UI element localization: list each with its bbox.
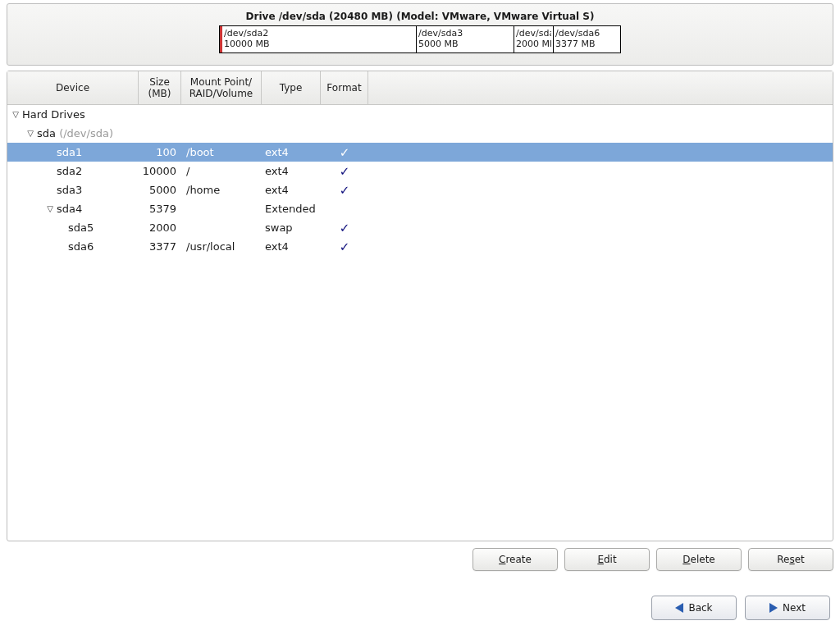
expander-icon[interactable]: ▽ (45, 204, 55, 213)
partition-type: ext4 (262, 184, 321, 196)
delete-button[interactable]: Delete (656, 548, 742, 571)
expander-icon[interactable]: ▽ (25, 129, 35, 138)
edit-button[interactable]: Edit (564, 548, 650, 571)
wizard-nav-row: Back Next (0, 596, 830, 620)
col-header-format[interactable]: Format (321, 71, 368, 104)
partition-size: 2000 (139, 221, 181, 234)
col-header-type[interactable]: Type (262, 71, 321, 104)
partition-row[interactable]: sda52000swap✓ (7, 218, 833, 237)
partition-action-row: CreateEditDeleteReset (7, 548, 833, 571)
check-icon: ✓ (340, 164, 350, 179)
drive-map: /dev/sda210000 MB/dev/sda35000 MB/dev/sd… (219, 25, 621, 53)
expander-icon[interactable]: ▽ (11, 110, 21, 119)
drive-title: Drive /dev/sda (20480 MB) (Model: VMware… (7, 11, 833, 22)
partition-format: ✓ (321, 145, 368, 160)
partition-name: sda1 (57, 146, 82, 158)
partition-mount: /home (181, 184, 262, 196)
check-icon: ✓ (340, 240, 350, 254)
tree-root-hard-drives[interactable]: ▽ Hard Drives (7, 105, 833, 124)
partition-row[interactable]: ▽sda45379Extended (7, 199, 833, 218)
partition-type: ext4 (262, 146, 321, 158)
check-icon: ✓ (340, 145, 350, 160)
drive-segment[interactable]: /dev/sda52000 MB (514, 26, 554, 52)
column-header-row: Device Size (MB) Mount Point/ RAID/Volum… (7, 71, 833, 105)
check-icon: ✓ (340, 221, 350, 235)
drive-segment[interactable]: /dev/sda210000 MB (220, 26, 417, 52)
drive-summary-panel: Drive /dev/sda (20480 MB) (Model: VMware… (7, 3, 833, 66)
partition-format: ✓ (321, 221, 368, 235)
partition-mount: /usr/local (181, 240, 262, 253)
partition-mount: /boot (181, 146, 262, 158)
tree-disk-label: sda (37, 127, 56, 139)
arrow-left-icon (675, 603, 683, 613)
create-button[interactable]: Create (472, 548, 558, 571)
partition-name: sda3 (57, 184, 82, 196)
partition-name: sda2 (57, 165, 82, 177)
reset-button[interactable]: Reset (748, 548, 833, 571)
col-header-device[interactable]: Device (7, 71, 139, 104)
tree-root-label: Hard Drives (22, 108, 85, 121)
partition-format: ✓ (321, 183, 368, 198)
col-header-spacer (368, 71, 833, 104)
partition-type: swap (262, 221, 321, 234)
partition-row[interactable]: sda1100/bootext4✓ (7, 143, 833, 162)
partition-format: ✓ (321, 240, 368, 254)
col-header-mount[interactable]: Mount Point/ RAID/Volume (181, 71, 262, 104)
partition-name: sda6 (68, 240, 94, 253)
check-icon: ✓ (340, 183, 350, 198)
partition-type: ext4 (262, 165, 321, 177)
partition-name: sda5 (68, 221, 94, 234)
col-header-size[interactable]: Size (MB) (139, 71, 181, 104)
partition-row[interactable]: sda210000/ext4✓ (7, 162, 833, 180)
partition-type: ext4 (262, 240, 321, 253)
partition-size: 3377 (139, 240, 181, 253)
next-button[interactable]: Next (745, 596, 830, 620)
partition-list-panel: Device Size (MB) Mount Point/ RAID/Volum… (7, 71, 833, 541)
partition-tree[interactable]: ▽ Hard Drives ▽ sda (/dev/sda) sda1100/b… (7, 105, 833, 541)
partition-mount: / (181, 165, 262, 177)
tree-disk-hint: (/dev/sda) (59, 127, 113, 139)
drive-segment[interactable]: /dev/sda35000 MB (417, 26, 514, 52)
partition-type: Extended (262, 203, 321, 215)
partition-row[interactable]: sda63377/usr/localext4✓ (7, 237, 833, 256)
partition-row[interactable]: sda35000/homeext4✓ (7, 180, 833, 199)
partition-name: sda4 (57, 203, 82, 215)
partition-size: 10000 (139, 165, 181, 177)
back-button[interactable]: Back (651, 596, 737, 620)
arrow-right-icon (769, 603, 778, 613)
partition-size: 5379 (139, 203, 181, 215)
partition-size: 100 (139, 146, 181, 158)
partition-format: ✓ (321, 164, 368, 179)
partition-size: 5000 (139, 184, 181, 196)
drive-segment[interactable]: /dev/sda63377 MB (554, 26, 620, 52)
tree-disk-sda[interactable]: ▽ sda (/dev/sda) (7, 124, 833, 143)
